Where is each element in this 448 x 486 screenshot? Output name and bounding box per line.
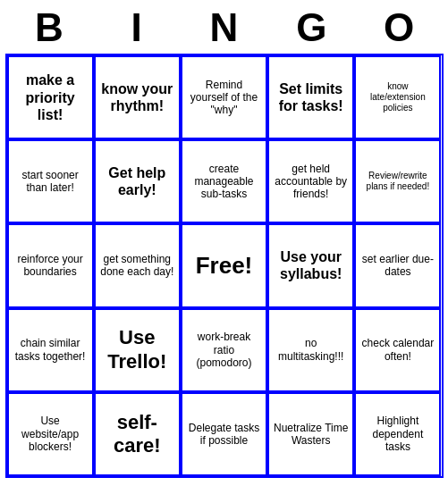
bingo-cell-20: Use website/app blockers!	[7, 392, 94, 476]
letter-n: N	[183, 5, 264, 50]
bingo-cell-12: Free!	[181, 223, 267, 307]
bingo-cell-9: Review/rewrite plans if needed!	[354, 139, 441, 223]
letter-o: O	[359, 5, 439, 50]
bingo-cell-13: Use your syllabus!	[267, 223, 354, 307]
bingo-cell-18: no multitasking!!!	[267, 308, 354, 392]
bingo-cell-8: get held accountable by friends!	[267, 139, 354, 223]
bingo-cell-7: create manageable sub-tasks	[181, 139, 267, 223]
bingo-cell-0: make a priority list!	[7, 55, 94, 139]
bingo-cell-14: set earlier due-dates	[354, 223, 441, 307]
bingo-cell-5: start sooner than later!	[7, 139, 94, 223]
bingo-cell-6: Get help early!	[94, 139, 181, 223]
bingo-cell-3: Set limits for tasks!	[267, 55, 354, 139]
bingo-cell-11: get something done each day!	[94, 223, 181, 307]
bingo-cell-19: check calendar often!	[354, 308, 441, 392]
bingo-cell-23: Nuetralize Time Wasters	[267, 392, 354, 476]
bingo-grid: make a priority list!know your rhythm!Re…	[5, 54, 444, 478]
bingo-cell-10: reinforce your boundaries	[7, 223, 94, 307]
bingo-header: B I N G O	[5, 5, 443, 50]
letter-b: B	[9, 5, 89, 50]
bingo-cell-16: Use Trello!	[94, 308, 181, 392]
bingo-cell-17: work-break ratio (pomodoro)	[181, 308, 267, 392]
bingo-cell-22: Delegate tasks if possible	[181, 392, 267, 476]
bingo-cell-15: chain similar tasks together!	[7, 308, 94, 392]
bingo-cell-24: Highlight dependent tasks	[354, 392, 441, 476]
bingo-cell-2: Remind yourself of the "why"	[181, 55, 267, 139]
bingo-cell-1: know your rhythm!	[94, 55, 181, 139]
letter-g: G	[271, 5, 351, 50]
letter-i: I	[97, 5, 177, 50]
bingo-cell-4: know late/extension policies	[354, 55, 441, 139]
bingo-cell-21: self-care!	[94, 392, 181, 476]
